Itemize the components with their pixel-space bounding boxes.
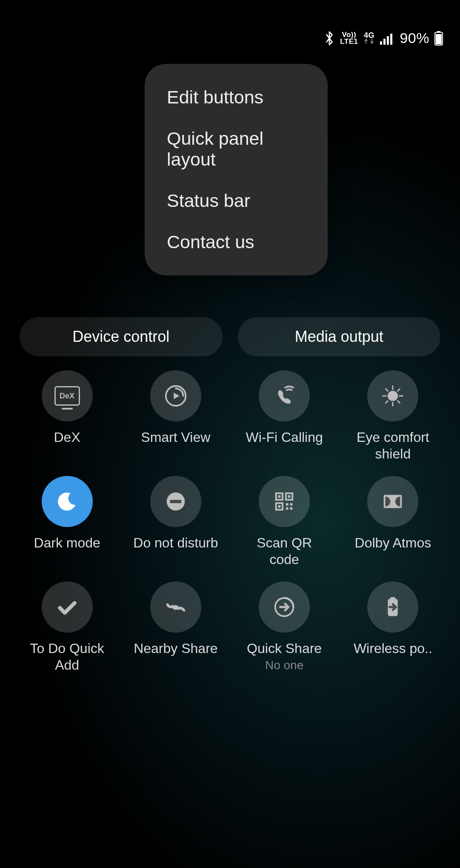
pill-row: Device control Media output (20, 317, 440, 356)
dex-icon: DeX (54, 386, 80, 406)
network-type-icon: 4G (363, 32, 375, 44)
tile-label: To Do Quick Add (25, 640, 110, 673)
svg-marker-8 (174, 392, 180, 399)
network-4g: 4G (363, 32, 375, 38)
svg-rect-0 (380, 41, 382, 45)
svg-rect-1 (383, 39, 386, 45)
menu-contact-us[interactable]: Contact us (145, 221, 328, 263)
tile-nearby-share[interactable]: Nearby Share (121, 582, 230, 673)
tile-dex[interactable]: DeX DeX (13, 370, 121, 462)
tile-label: Scan QR code (242, 535, 327, 568)
svg-line-16 (398, 401, 400, 403)
status-bar: Vo)) LTE1 4G 90% (324, 30, 443, 46)
cast-icon (163, 383, 189, 409)
tile-label: Do not disturb (133, 535, 218, 551)
dnd-icon (163, 488, 189, 515)
wifi-call-icon (271, 383, 297, 409)
svg-rect-26 (278, 505, 281, 508)
tile-label: Dolby Atmos (355, 535, 431, 551)
svg-rect-3 (390, 34, 392, 45)
media-output-button[interactable]: Media output (238, 317, 441, 356)
tile-label: Smart View (141, 429, 210, 446)
svg-line-18 (386, 401, 388, 403)
tile-dnd[interactable]: Do not disturb (121, 476, 230, 568)
svg-rect-6 (436, 34, 442, 44)
svg-text:A: A (391, 393, 395, 400)
overflow-menu: Edit buttons Quick panel layout Status b… (145, 64, 328, 275)
eye-comfort-icon: A (380, 383, 406, 409)
svg-rect-20 (170, 500, 181, 503)
tile-todo[interactable]: To Do Quick Add (13, 582, 121, 673)
svg-line-15 (386, 389, 388, 391)
tile-label: Quick Share (247, 640, 322, 657)
quickshare-icon (271, 594, 297, 620)
volte-icon: Vo)) LTE1 (340, 32, 358, 45)
tile-label: Eye comfort shield (350, 429, 435, 462)
svg-line-17 (398, 389, 400, 391)
quick-settings-grid: DeX DeX Smart View Wi-Fi Calling A Eye c… (0, 370, 460, 673)
tile-wifi-calling[interactable]: Wi-Fi Calling (230, 370, 339, 462)
battery-icon (434, 31, 443, 46)
menu-edit-buttons[interactable]: Edit buttons (145, 77, 328, 118)
tile-quick-share[interactable]: Quick Share No one (230, 582, 339, 673)
tile-label: Nearby Share (134, 640, 217, 657)
svg-rect-25 (288, 496, 291, 498)
svg-rect-24 (278, 496, 281, 498)
svg-rect-29 (286, 507, 289, 510)
svg-rect-2 (387, 36, 389, 45)
tile-eye-comfort[interactable]: A Eye comfort shield (339, 370, 447, 462)
volte-line2: LTE1 (340, 38, 358, 45)
moon-icon (54, 488, 80, 515)
menu-quick-panel-layout[interactable]: Quick panel layout (145, 118, 328, 180)
tile-wireless-powershare[interactable]: Wireless po.. (339, 582, 447, 673)
tile-label: DeX (54, 429, 80, 446)
signal-icon (380, 32, 394, 45)
check-icon (54, 594, 80, 620)
tile-sublabel: No one (265, 659, 303, 672)
tile-label: Dark mode (34, 535, 100, 551)
svg-rect-27 (286, 503, 289, 506)
tile-scan-qr[interactable]: Scan QR code (230, 476, 339, 568)
powershare-icon (380, 594, 406, 620)
tile-smart-view[interactable]: Smart View (121, 370, 230, 462)
svg-rect-35 (391, 597, 396, 599)
device-control-button[interactable]: Device control (20, 317, 223, 356)
dolby-icon (380, 488, 406, 515)
tile-label: Wireless po.. (354, 640, 432, 657)
tile-dolby[interactable]: Dolby Atmos (339, 476, 447, 568)
battery-percent: 90% (400, 30, 429, 46)
svg-rect-30 (290, 507, 293, 510)
svg-rect-28 (290, 503, 293, 506)
menu-status-bar[interactable]: Status bar (145, 180, 328, 221)
qr-icon (271, 488, 297, 515)
tile-label: Wi-Fi Calling (246, 429, 323, 446)
bluetooth-icon (324, 30, 335, 46)
nearby-icon (163, 594, 189, 620)
tile-dark-mode[interactable]: Dark mode (13, 476, 121, 568)
